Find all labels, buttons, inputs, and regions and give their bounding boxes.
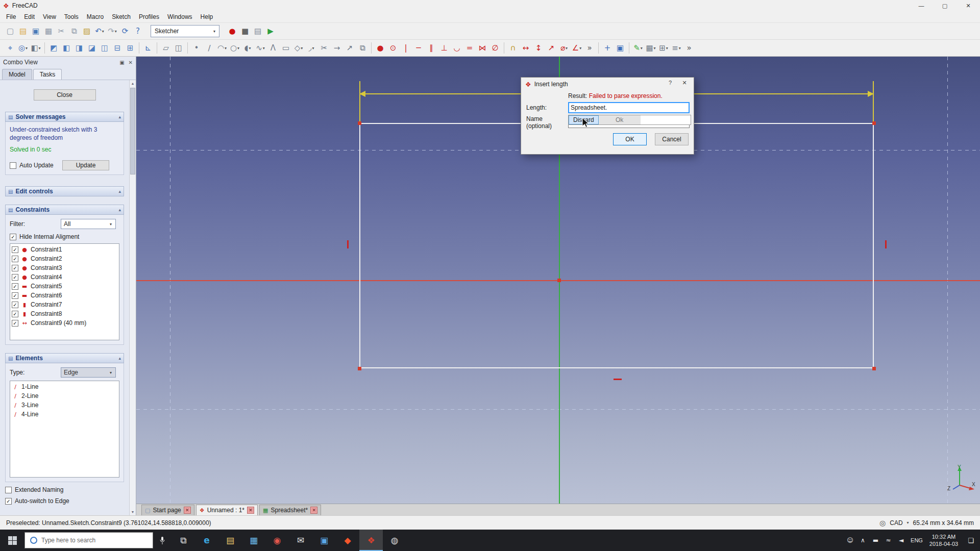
panel-option[interactable]: Extended Naming xyxy=(5,486,124,493)
whats-this-icon[interactable]: ? xyxy=(132,24,144,38)
view-rear-icon[interactable]: ◫ xyxy=(99,41,111,55)
panel-tab-tasks[interactable]: Tasks xyxy=(33,69,62,80)
collapse-icon[interactable]: ▴ xyxy=(118,356,121,361)
auto-update-checkbox[interactable] xyxy=(10,162,16,169)
taskbar-task-view[interactable]: ⧉ xyxy=(172,530,195,551)
scrollbar-thumb[interactable] xyxy=(130,88,135,174)
taskbar-search[interactable]: Type here to search xyxy=(24,532,153,548)
create-line-icon[interactable]: ∕ xyxy=(203,41,215,55)
constraint-item[interactable]: ✓▬Constraint5 xyxy=(10,282,119,291)
restore-button[interactable]: ▢ xyxy=(933,0,957,11)
document-tab[interactable]: ▦Spreadsheet*✕ xyxy=(259,505,321,515)
menu-windows[interactable]: Windows xyxy=(163,12,197,22)
constraint-point-on-object-icon[interactable]: ⊙ xyxy=(387,41,399,55)
create-bspline-icon[interactable]: ∿▾ xyxy=(254,41,266,55)
action-center-button[interactable]: ❏ xyxy=(962,537,980,544)
macro-stop-icon[interactable]: ■ xyxy=(239,24,251,38)
dropdown-arrow-icon[interactable]: ▾ xyxy=(566,46,568,51)
dropdown-arrow-icon[interactable]: ▾ xyxy=(312,46,314,51)
dropdown-arrow-icon[interactable]: ▾ xyxy=(39,46,41,51)
dropdown-arrow-icon[interactable]: ▾ xyxy=(654,46,656,51)
solver-messages-header[interactable]: ▤ Solver messages ▴ xyxy=(5,112,124,122)
constraint-item[interactable]: ✓▬Constraint6 xyxy=(10,291,119,300)
dropdown-arrow-icon[interactable]: ▾ xyxy=(225,46,227,51)
sketch-vertex[interactable] xyxy=(872,121,876,125)
float-panel-icon[interactable]: ▣ xyxy=(119,60,124,65)
element-item[interactable]: ∕4-Line xyxy=(10,410,119,419)
create-fillet-icon[interactable]: ◞▾ xyxy=(305,41,317,55)
save-icon[interactable]: ▣ xyxy=(30,24,42,38)
tab-close-icon[interactable]: ✕ xyxy=(184,507,191,514)
constraint-item[interactable]: ✓●Constraint2 xyxy=(10,254,119,263)
dialog-titlebar[interactable]: ❖ Insert length ? ✕ xyxy=(521,78,694,91)
open-file-icon[interactable]: ▤ xyxy=(17,24,29,38)
constraint-parallel-icon[interactable]: ∥ xyxy=(425,41,437,55)
taskbar-freecad[interactable]: ❖ xyxy=(359,530,383,551)
view-section-icon[interactable]: ◫ xyxy=(173,41,185,55)
tab-close-icon[interactable]: ✕ xyxy=(247,507,254,514)
checkbox[interactable]: ✓ xyxy=(5,498,12,505)
taskbar-chrome[interactable]: ◉ xyxy=(265,530,289,551)
dropdown-arrow-icon[interactable]: ▾ xyxy=(237,46,239,51)
constraint-item[interactable]: ✓●Constraint1 xyxy=(10,245,119,254)
create-rectangle-icon[interactable]: ▭ xyxy=(280,41,292,55)
dropdown-arrow-icon[interactable]: ▾ xyxy=(666,46,668,51)
draw-style-icon[interactable]: ◧▾ xyxy=(30,41,42,55)
view-left-icon[interactable]: ⊞ xyxy=(124,41,136,55)
collapse-icon[interactable]: ▴ xyxy=(118,189,121,194)
taskbar-file-explorer[interactable]: ▤ xyxy=(218,530,242,551)
hidden-icons-chevron-icon[interactable]: ∧ xyxy=(856,537,869,544)
close-task-button[interactable]: Close xyxy=(34,89,96,101)
taskbar-microsoft-edge[interactable]: e xyxy=(195,530,218,551)
people-icon[interactable]: ☺ xyxy=(844,537,856,544)
menu-sketch[interactable]: Sketch xyxy=(108,12,135,22)
dropdown-arrow-icon[interactable]: ▾ xyxy=(115,29,117,34)
print-icon[interactable]: ▦ xyxy=(42,24,55,38)
menu-profiles[interactable]: Profiles xyxy=(135,12,163,22)
new-file-icon[interactable]: ▢ xyxy=(4,24,16,38)
constraint-item[interactable]: ✓●Constraint3 xyxy=(10,263,119,272)
toolbar-overflow-icon-2[interactable]: » xyxy=(683,41,695,55)
panel-tab-model[interactable]: Model xyxy=(2,69,32,80)
battery-icon[interactable]: ▬ xyxy=(869,537,882,544)
close-panel-icon[interactable]: ✕ xyxy=(129,60,133,65)
constraints-header[interactable]: ▤ Constraints ▴ xyxy=(5,205,124,215)
macro-edit-icon[interactable]: ▤ xyxy=(252,24,264,38)
dropdown-arrow-icon[interactable]: ▾ xyxy=(102,29,104,34)
snap-toggle-icon[interactable]: ⊞▾ xyxy=(657,41,670,55)
constraint-tangent-icon[interactable]: ◡ xyxy=(451,41,463,55)
element-item[interactable]: ∕2-Line xyxy=(10,391,119,400)
dropdown-arrow-icon[interactable]: ▾ xyxy=(301,46,303,51)
create-circle-icon[interactable]: ○▾ xyxy=(229,41,241,55)
constraint-item[interactable]: ✓↔Constraint9 (40 mm) xyxy=(10,318,119,328)
constraint-marker[interactable] xyxy=(347,240,349,248)
refresh-icon[interactable]: ⟳ xyxy=(119,24,131,38)
taskbar-microsoft-store[interactable]: ▦ xyxy=(242,530,265,551)
dialog-close-button[interactable]: ✕ xyxy=(677,78,692,88)
render-order-icon[interactable]: ≡▾ xyxy=(670,41,682,55)
chevron-down-icon[interactable]: ▾ xyxy=(907,520,909,525)
microphone-button[interactable] xyxy=(153,530,172,551)
constraint-coincident-icon[interactable]: ● xyxy=(374,41,386,55)
autocomplete-item[interactable]: Ok xyxy=(599,115,641,124)
select-constraints-icon[interactable]: ▣ xyxy=(614,41,626,55)
create-point-icon[interactable]: • xyxy=(190,41,203,55)
document-tab[interactable]: ❖Unnamed : 1*✕ xyxy=(196,505,258,515)
edit-sketch-icon[interactable]: ✎▾ xyxy=(632,41,644,55)
constraint-checkbox[interactable]: ✓ xyxy=(12,274,18,281)
zoom-icon[interactable]: ◎▾ xyxy=(17,41,29,55)
constraint-vertical-icon[interactable]: | xyxy=(400,41,412,55)
constraint-checkbox[interactable]: ✓ xyxy=(12,311,18,317)
constraint-radius-icon[interactable]: ⌀▾ xyxy=(558,41,570,55)
constraint-marker[interactable] xyxy=(885,240,887,248)
constraint-checkbox[interactable]: ✓ xyxy=(12,246,18,253)
constraint-checkbox[interactable]: ✓ xyxy=(12,292,18,299)
trim-edge-icon[interactable]: ✂ xyxy=(318,41,330,55)
element-type-select[interactable]: Edge ▾ xyxy=(61,367,116,378)
paste-icon[interactable]: ▨ xyxy=(81,24,93,38)
constraint-checkbox[interactable]: ✓ xyxy=(12,283,18,290)
constraint-distance-icon[interactable]: ↗ xyxy=(545,41,557,55)
view-sketch-icon[interactable]: ▱ xyxy=(160,41,172,55)
scroll-down-icon[interactable]: ▼ xyxy=(130,509,136,515)
mouse-navigation-icon[interactable]: ◎ xyxy=(879,519,886,527)
